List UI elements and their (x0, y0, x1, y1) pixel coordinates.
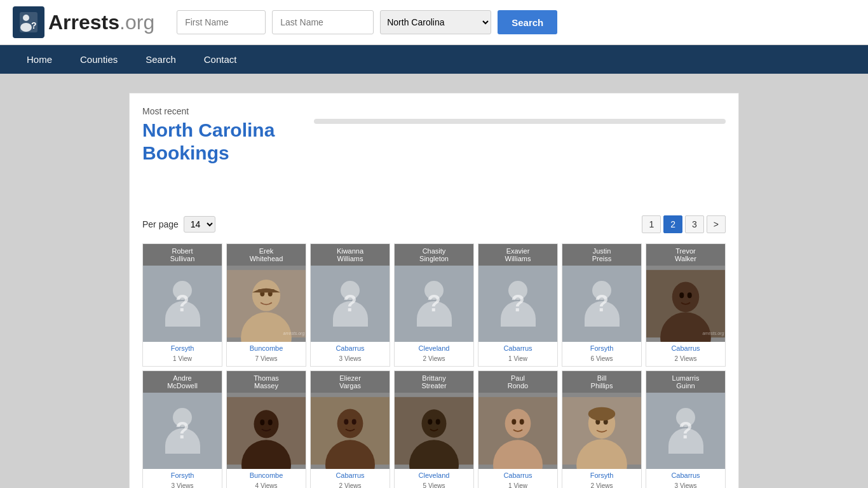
county-link[interactable]: Cabarrus (315, 471, 386, 479)
content-box: Most recent North CarolinaBookings Per p… (129, 93, 739, 488)
svg-point-26 (352, 419, 356, 424)
county-link[interactable]: Cabarrus (650, 344, 721, 352)
county-link[interactable]: Forsyth (566, 344, 637, 352)
mugshot-card[interactable]: RobertSullivan ? Forsyth 1 View (142, 243, 222, 367)
mugshot-image: ? (646, 393, 725, 469)
page-next[interactable]: > (707, 215, 726, 233)
views-count: 3 Views (675, 482, 697, 488)
svg-text:?: ? (31, 20, 37, 30)
mugshot-image: ? (311, 266, 390, 342)
svg-point-2 (20, 23, 32, 32)
svg-text:arrests.org: arrests.org (703, 331, 724, 336)
search-button[interactable]: Search (498, 10, 557, 34)
mugshot-card[interactable]: EliezerVargas Cabarrus 2 Views (310, 370, 390, 488)
county-link[interactable]: Forsyth (147, 471, 218, 479)
list-controls: Per page 14 28 42 56 1 2 3 > (142, 215, 726, 233)
mugshot-card[interactable]: ChasitySingleton ? Cleveland 2 Views (394, 243, 474, 367)
per-page-selector[interactable]: 14 28 42 56 (184, 216, 215, 233)
mugshot-card[interactable]: ThomasMassey Buncombe 4 Views (226, 370, 306, 488)
mugshot-name: BrittanyStreater (395, 371, 473, 393)
mugshot-footer: Forsyth 3 Views (143, 469, 222, 488)
mugshot-image (395, 393, 473, 469)
mugshot-footer: Cabarrus 1 View (478, 469, 557, 488)
svg-point-5 (252, 280, 280, 311)
mugshot-name: EliezerVargas (311, 371, 390, 393)
views-count: 2 Views (423, 355, 445, 362)
views-count: 5 Views (423, 482, 445, 488)
views-count: 2 Views (339, 482, 362, 488)
page-heading: North CarolinaBookings (142, 119, 301, 165)
county-link[interactable]: Buncombe (231, 471, 302, 479)
views-count: 1 View (508, 482, 527, 488)
state-selector[interactable]: North Carolina Alabama Alaska Arizona Ca… (380, 10, 491, 34)
mugshot-footer: Forsyth 1 View (143, 342, 222, 366)
views-count: 3 Views (339, 355, 362, 362)
page-2[interactable]: 2 (663, 215, 682, 233)
mugshot-footer: Forsyth 6 Views (562, 342, 641, 366)
site-logo[interactable]: ? Arrests.org (13, 6, 154, 38)
mugshot-name: RobertSullivan (143, 244, 222, 266)
mugshot-card[interactable]: PaulRondo Cabarrus 1 View (478, 370, 558, 488)
mugshot-card[interactable]: BrittanyStreater Cleveland 5 Views (394, 370, 474, 488)
page-1[interactable]: 1 (642, 215, 661, 233)
header-search-form: North Carolina Alabama Alaska Arizona Ca… (177, 10, 557, 34)
views-count: 3 Views (172, 482, 194, 488)
nav-item-contact[interactable]: Contact (190, 45, 251, 74)
mugshot-name: JustinPreiss (562, 244, 641, 266)
mugshot-footer: Buncombe 7 Views (227, 342, 306, 366)
nav-item-search[interactable]: Search (132, 45, 190, 74)
county-link[interactable]: Forsyth (147, 344, 218, 352)
mugshot-name: ExavierWilliams (478, 244, 557, 266)
mugshot-name: BillPhillips (562, 371, 641, 393)
mugshot-image: ? (478, 266, 557, 342)
county-link[interactable]: Buncombe (231, 344, 302, 352)
svg-point-15 (688, 292, 692, 298)
mugshot-name: ChasitySingleton (395, 244, 473, 266)
mugshot-image: arrests.org (227, 266, 306, 342)
mugshot-card[interactable]: KiwannaWilliams ? Cabarrus 3 Views (310, 243, 390, 367)
mugshot-card[interactable]: BillPhillips Forsyth 2 Views (562, 370, 642, 488)
first-name-input[interactable] (177, 10, 266, 34)
mugshot-card[interactable]: ExavierWilliams ? Cabarrus 1 View (478, 243, 558, 367)
mugshot-image: ? (143, 266, 222, 342)
county-link[interactable]: Cleveland (398, 344, 470, 352)
last-name-input[interactable] (272, 10, 374, 34)
county-link[interactable]: Cabarrus (482, 344, 553, 352)
views-count: 7 Views (255, 355, 278, 362)
svg-point-23 (337, 409, 363, 438)
mugshot-footer: Buncombe 4 Views (227, 469, 306, 488)
mugshot-image (311, 393, 390, 469)
mugshot-name: AndreMcDowell (143, 371, 222, 393)
county-link[interactable]: Cabarrus (650, 471, 721, 479)
svg-point-36 (520, 419, 524, 424)
svg-point-25 (344, 419, 348, 424)
county-link[interactable]: Forsyth (566, 471, 637, 479)
pagination: 1 2 3 > (642, 215, 726, 233)
mugshot-footer: Cabarrus 3 Views (646, 469, 725, 488)
svg-point-20 (260, 419, 264, 425)
svg-point-31 (436, 419, 440, 424)
county-link[interactable]: Cleveland (398, 471, 470, 479)
mugshot-footer: Cleveland 5 Views (395, 469, 473, 488)
views-count: 1 View (173, 355, 192, 362)
svg-point-42 (588, 407, 616, 421)
per-page-area: Per page 14 28 42 56 (142, 216, 215, 233)
mugshot-card[interactable]: TrevorWalker arrests.org Cabarrus 2 View… (646, 243, 726, 367)
mugshot-footer: Cabarrus 1 View (478, 342, 557, 366)
mugshot-image: arrests.org (646, 266, 725, 342)
nav-item-home[interactable]: Home (13, 45, 66, 74)
page-3[interactable]: 3 (685, 215, 704, 233)
county-link[interactable]: Cabarrus (315, 344, 386, 352)
mugshot-footer: Cleveland 2 Views (395, 342, 473, 366)
mugshot-card[interactable]: AndreMcDowell ? Forsyth 3 Views (142, 370, 222, 488)
mugshot-card[interactable]: ErekWhitehead arrests.org (226, 243, 306, 367)
mugshot-name: TrevorWalker (646, 244, 725, 266)
mugshot-footer: Cabarrus 2 Views (311, 469, 390, 488)
nav-item-counties[interactable]: Counties (66, 45, 132, 74)
county-link[interactable]: Cabarrus (482, 471, 553, 479)
mugshot-footer: Cabarrus 2 Views (646, 342, 725, 366)
mugshot-name: LumarrisGuinn (646, 371, 725, 393)
mugshot-card[interactable]: JustinPreiss ? Forsyth 6 Views (562, 243, 642, 367)
mugshot-card[interactable]: LumarrisGuinn ? Cabarrus 3 Views (646, 370, 726, 488)
mugshot-name: KiwannaWilliams (311, 244, 390, 266)
